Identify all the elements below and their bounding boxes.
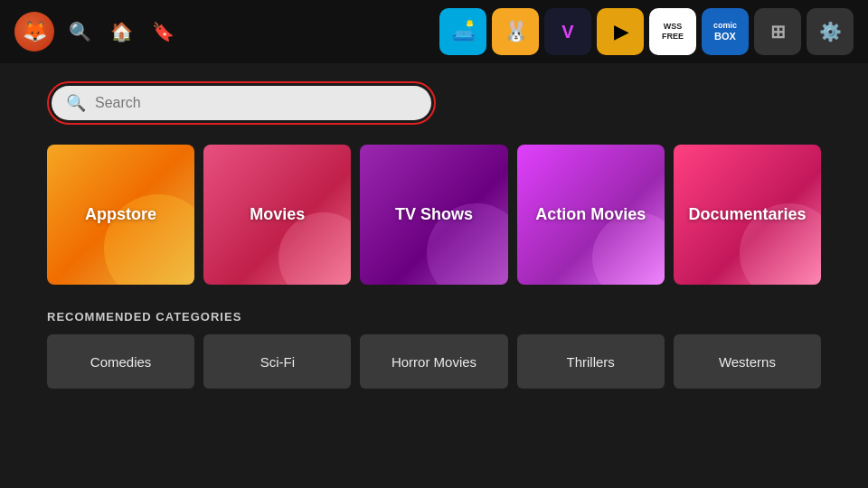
rec-tile-comedies-label: Comedies	[90, 354, 152, 370]
app-grid-button[interactable]: ⊞	[754, 8, 801, 55]
rec-tile-thrillers[interactable]: Thrillers	[517, 334, 665, 389]
rec-tile-horror-movies-label: Horror Movies	[392, 354, 476, 370]
recommended-tiles: Comedies Sci-Fi Horror Movies Thrillers …	[47, 334, 821, 389]
tile-action-movies[interactable]: Action Movies	[517, 145, 665, 285]
tile-movies[interactable]: Movies	[203, 145, 351, 285]
app-tubi[interactable]: 🐰	[492, 8, 539, 55]
app-primevideo[interactable]: 🛋️	[439, 8, 486, 55]
rec-tile-comedies[interactable]: Comedies	[47, 334, 194, 389]
search-nav-icon: 🔍	[69, 21, 91, 42]
nav-apps: 🛋️ 🐰 V ▶ WSSFREE comicBOX ⊞ ⚙️	[439, 8, 854, 55]
app-wssfree[interactable]: WSSFREE	[649, 8, 696, 55]
rec-tile-westerns-label: Westerns	[719, 354, 776, 370]
search-bar[interactable]: 🔍 Search	[52, 86, 431, 120]
app-vudu[interactable]: V	[544, 8, 591, 55]
rec-tile-horror-movies[interactable]: Horror Movies	[360, 334, 507, 389]
nav-left: 🦊 🔍 🏠 🔖	[14, 12, 179, 52]
tile-action-movies-label: Action Movies	[535, 205, 646, 224]
recommended-label: RECOMMENDED CATEGORIES	[47, 310, 821, 324]
app-comicbox[interactable]: comicBOX	[702, 8, 749, 55]
rec-tile-scifi-label: Sci-Fi	[260, 354, 295, 370]
bookmark-icon: 🔖	[152, 21, 175, 42]
rec-tile-scifi[interactable]: Sci-Fi	[203, 334, 351, 389]
home-button[interactable]: 🏠	[105, 15, 137, 48]
tile-appstore-label: Appstore	[85, 205, 156, 224]
search-placeholder: Search	[95, 95, 141, 111]
bookmark-button[interactable]: 🔖	[146, 15, 179, 48]
search-icon: 🔍	[66, 93, 86, 113]
tile-tvshows[interactable]: TV Shows	[360, 145, 507, 285]
app-plex[interactable]: ▶	[597, 8, 644, 55]
home-icon: 🏠	[110, 21, 133, 42]
category-tiles: Appstore Movies TV Shows Action Movies D…	[47, 145, 821, 285]
main-content: 🔍 Search Appstore Movies TV Shows Action…	[0, 63, 868, 407]
recommended-section: RECOMMENDED CATEGORIES Comedies Sci-Fi H…	[47, 310, 821, 389]
search-nav-button[interactable]: 🔍	[63, 15, 96, 48]
settings-button[interactable]: ⚙️	[807, 8, 854, 55]
avatar[interactable]: 🦊	[14, 12, 54, 52]
tile-documentaries-label: Documentaries	[688, 205, 806, 224]
rec-tile-westerns[interactable]: Westerns	[674, 334, 821, 389]
tile-tvshows-label: TV Shows	[395, 205, 473, 224]
tile-movies-label: Movies	[250, 205, 305, 224]
tile-appstore[interactable]: Appstore	[47, 145, 194, 285]
rec-tile-thrillers-label: Thrillers	[567, 354, 615, 370]
top-nav: 🦊 🔍 🏠 🔖 🛋️ 🐰 V ▶ WSSFREE comicBOX ⊞ ⚙️	[0, 0, 868, 63]
tile-documentaries[interactable]: Documentaries	[674, 145, 821, 285]
search-wrapper[interactable]: 🔍 Search	[47, 81, 436, 125]
